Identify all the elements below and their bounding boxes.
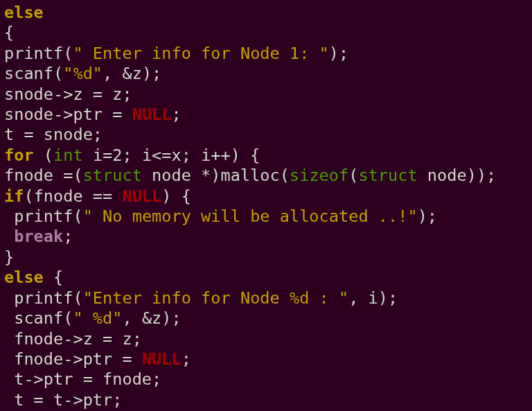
- null-constant: NULL: [132, 105, 172, 124]
- brace-open: {: [4, 23, 14, 42]
- code-line: snode->z = z;: [4, 85, 132, 104]
- fn-printf: printf: [4, 207, 73, 226]
- string-literal: " %d": [73, 308, 122, 328]
- string-literal: "%d": [63, 64, 103, 83]
- string-literal: "Enter info for Node %d : ": [83, 288, 349, 308]
- type-int: int: [53, 146, 83, 165]
- string-literal: " No memory will be allocated ..!": [83, 207, 418, 226]
- fn-scanf: scanf: [4, 308, 63, 328]
- code-block: else { printf(" Enter info for Node 1: "…: [0, 0, 532, 411]
- code-line: t = t->ptr;: [4, 390, 122, 410]
- type-struct: struct: [83, 166, 142, 185]
- fn-scanf: scanf: [4, 64, 53, 83]
- null-constant: NULL: [122, 186, 161, 206]
- keyword-sizeof: sizeof: [290, 166, 348, 185]
- code-line: t->ptr = fnode;: [4, 369, 161, 389]
- string-literal: " Enter info for Node 1: ": [73, 44, 328, 63]
- code-line: fnode->z = z;: [4, 329, 142, 349]
- type-struct: struct: [358, 166, 417, 185]
- keyword-else: else: [4, 3, 44, 22]
- keyword-break: break: [4, 227, 63, 246]
- brace-close: }: [4, 247, 14, 267]
- keyword-for: for: [4, 146, 34, 165]
- keyword-if: if: [4, 186, 24, 206]
- fn-printf: printf: [4, 44, 63, 63]
- null-constant: NULL: [142, 349, 181, 369]
- code-line: snode->ptr =: [4, 105, 132, 124]
- fn-malloc: malloc: [221, 166, 280, 185]
- fn-printf: printf: [4, 288, 73, 308]
- keyword-else: else: [4, 268, 44, 287]
- code-line: t = snode;: [4, 125, 103, 144]
